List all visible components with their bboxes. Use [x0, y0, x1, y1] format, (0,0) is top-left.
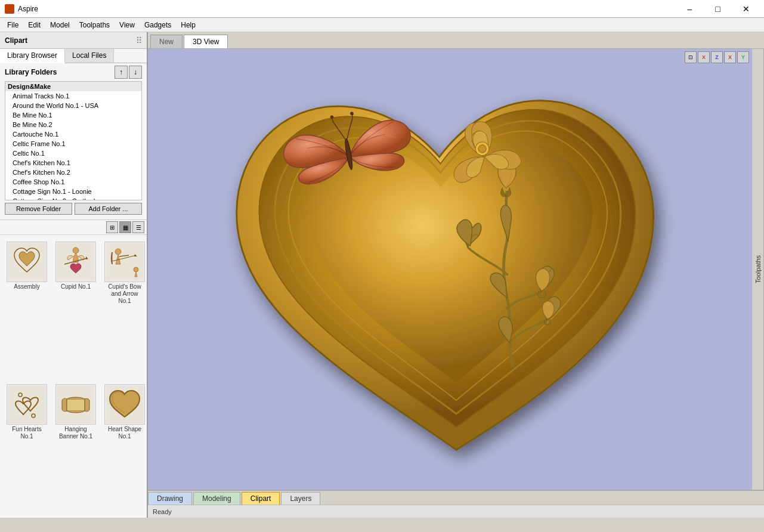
title-bar-title: Aspire [18, 5, 38, 13]
folder-item[interactable]: Celtic No.1 [5, 149, 141, 158]
folder-item[interactable]: Cottage Sign No.1 - Loonie [5, 187, 141, 196]
menu-gadgets[interactable]: Gadgets [140, 20, 176, 30]
folder-down-button[interactable]: ↓ [129, 66, 142, 79]
minimize-button[interactable]: – [676, 0, 703, 18]
view-toggle: ⊞ ▦ ☰ [0, 220, 147, 235]
clipart-label-assembly: Assembly [14, 283, 39, 290]
clipart-thumb-cupids-bow [104, 242, 145, 282]
clipart-label-cupids-bow: Cupid's Bow and Arrow No.1 [104, 283, 145, 305]
title-bar: Aspire – □ ✕ [0, 0, 764, 18]
close-button[interactable]: ✕ [732, 0, 759, 18]
folder-item[interactable]: Celtic Frame No.1 [5, 139, 141, 149]
menu-toolpaths[interactable]: Toolpaths [75, 20, 115, 30]
tab-drawing[interactable]: Drawing [148, 492, 192, 505]
folder-item[interactable]: Chef's Kitchen No.1 [5, 158, 141, 168]
clipart-thumb-hanging-banner [55, 384, 96, 425]
clipart-thumb-cupid [55, 242, 96, 282]
axis-y-button[interactable]: Y [737, 51, 749, 63]
tab-new[interactable]: New [150, 35, 183, 48]
panel-tabs: Library Browser Local Files [0, 49, 147, 63]
axis-x-button[interactable]: X [698, 51, 710, 63]
maximize-button[interactable]: □ [704, 0, 731, 18]
aspire-icon [5, 4, 14, 14]
folder-item[interactable]: Chef's Kitchen No.2 [5, 168, 141, 177]
folder-item[interactable]: Cartouche No.1 [5, 129, 141, 139]
clipart-item-heart-shape[interactable]: Heart Shape No.1 [101, 381, 147, 514]
tab-modeling[interactable]: Modeling [193, 492, 240, 505]
folder-item[interactable]: Be Mine No.2 [5, 120, 141, 129]
folder-up-button[interactable]: ↑ [115, 66, 128, 79]
tab-3d-view[interactable]: 3D View [184, 35, 228, 48]
svg-point-6 [115, 249, 121, 255]
folder-item[interactable]: Cottage Sign No.2 - On the L... [5, 196, 141, 200]
menu-edit[interactable]: Edit [23, 20, 45, 30]
svg-point-2 [73, 248, 79, 253]
viewport[interactable]: ⊡ X Z X Y [148, 49, 764, 490]
tab-clipart[interactable]: Clipart [242, 492, 280, 505]
axis-x2-button[interactable]: X [724, 51, 736, 63]
clipart-thumb-heart-shape [104, 384, 145, 425]
add-folder-button[interactable]: Add Folder ... [75, 203, 142, 215]
content-area: New 3D View ⊡ X Z X Y [148, 32, 764, 518]
folder-group-design-make: Design&Make [5, 82, 141, 91]
clipart-thumb-assembly [7, 242, 47, 282]
menu-view[interactable]: View [115, 20, 140, 30]
viewport-controls: ⊡ X Z X Y [685, 51, 749, 63]
title-bar-left: Aspire [5, 4, 38, 14]
folder-item[interactable]: Be Mine No.1 [5, 110, 141, 120]
left-panel: Clipart ⠿ Library Browser Local Files Li… [0, 32, 148, 518]
svg-rect-11 [8, 386, 45, 423]
tab-layers[interactable]: Layers [281, 492, 320, 505]
menu-model[interactable]: Model [45, 20, 75, 30]
library-folders-title: Library Folders [5, 68, 57, 76]
svg-rect-15 [67, 399, 85, 411]
bottom-tabs: Drawing Modeling Clipart Layers [148, 490, 764, 505]
folder-item[interactable]: Coffee Shop No.1 [5, 177, 141, 187]
clipart-item-cupids-bow[interactable]: Cupid's Bow and Arrow No.1 [101, 239, 147, 379]
view-list-button[interactable]: ☰ [132, 221, 144, 233]
clipart-item-assembly[interactable]: Assembly [4, 239, 50, 379]
status-bar: Ready [148, 505, 764, 518]
fit-view-button[interactable]: ⊡ [685, 51, 697, 63]
clipart-item-fun-hearts[interactable]: Fun Hearts No.1 [4, 381, 50, 514]
menu-file[interactable]: File [2, 20, 23, 30]
view-small-grid-button[interactable]: ▦ [119, 221, 131, 233]
library-folders-header: Library Folders ↑ ↓ [5, 66, 142, 79]
clipart-item-cupid[interactable]: Cupid No.1 [52, 239, 99, 379]
remove-folder-button[interactable]: Remove Folder [5, 203, 72, 215]
folder-item[interactable]: Animal Tracks No.1 [5, 91, 141, 101]
view-large-grid-button[interactable]: ⊞ [106, 221, 118, 233]
tab-library-browser[interactable]: Library Browser [0, 49, 65, 63]
axis-z-button[interactable]: Z [711, 51, 723, 63]
menu-help[interactable]: Help [176, 20, 200, 30]
main-layout: Clipart ⠿ Library Browser Local Files Li… [0, 32, 764, 518]
menu-bar: File Edit Model Toolpaths View Gadgets H… [0, 18, 764, 32]
library-section: Library Folders ↑ ↓ Design&Make Animal T… [0, 63, 147, 220]
clipart-label-fun-hearts: Fun Hearts No.1 [7, 426, 47, 440]
clipart-label-hanging-banner: Hanging Banner No.1 [55, 426, 96, 440]
toolpaths-sidebar-label[interactable]: Toolpaths [752, 49, 764, 490]
clipart-label-heart-shape: Heart Shape No.1 [104, 426, 145, 440]
clipart-item-hanging-banner[interactable]: Hanging Banner No.1 [52, 381, 99, 514]
drag-handle[interactable]: ⠿ [136, 36, 142, 45]
svg-point-10 [134, 267, 138, 272]
clipart-header: Clipart ⠿ [0, 32, 147, 49]
folder-item[interactable]: Around the World No.1 - USA [5, 101, 141, 110]
clipart-label-cupid: Cupid No.1 [61, 283, 91, 290]
folder-buttons: Remove Folder Add Folder ... [5, 200, 142, 217]
view-tabs: New 3D View [148, 32, 764, 49]
tab-local-files[interactable]: Local Files [65, 49, 114, 63]
folder-list[interactable]: Design&Make Animal Tracks No.1 Around th… [5, 81, 142, 200]
clipart-grid: Assembly [0, 235, 147, 518]
title-bar-controls: – □ ✕ [676, 0, 759, 18]
status-text: Ready [153, 508, 172, 515]
clipart-thumb-fun-hearts [7, 384, 47, 425]
clipart-title: Clipart [5, 36, 27, 45]
folder-nav-buttons: ↑ ↓ [115, 66, 142, 79]
